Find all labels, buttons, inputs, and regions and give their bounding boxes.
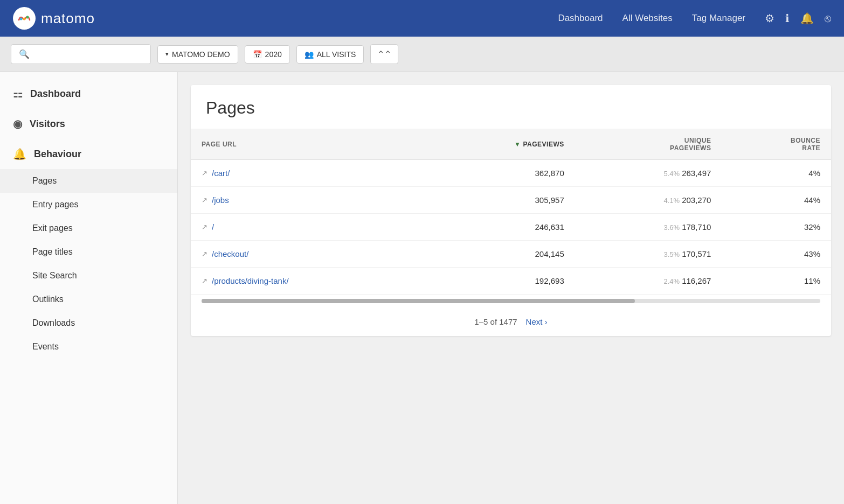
next-button[interactable]: Next › bbox=[526, 317, 548, 326]
cell-pageviews-0: 362,870 bbox=[423, 160, 575, 187]
col-header-bounce-rate[interactable]: BOUNCERATE bbox=[722, 129, 831, 160]
cell-bounce-0: 4% bbox=[722, 160, 831, 187]
col-header-pageviews[interactable]: ▼PAGEVIEWS bbox=[423, 129, 575, 160]
external-link-icon: ↗ bbox=[202, 169, 207, 177]
table-row: ↗ /jobs 305,957 4.1%203,270 44% bbox=[191, 187, 831, 214]
pagination: 1–5 of 1477 Next › bbox=[191, 307, 831, 336]
sidebar-item-exit-pages[interactable]: Exit pages bbox=[0, 216, 177, 240]
sidebar-label-downloads: Downloads bbox=[32, 318, 75, 327]
cell-bounce-2: 32% bbox=[722, 214, 831, 241]
search-input[interactable] bbox=[34, 50, 143, 59]
col-header-page-url[interactable]: PAGE URL bbox=[191, 129, 423, 160]
sidebar-label-events: Events bbox=[32, 342, 59, 351]
top-navigation: matomo Dashboard All Websites Tag Manage… bbox=[0, 0, 844, 37]
sidebar-label-pages: Pages bbox=[32, 176, 57, 185]
gear-icon[interactable]: ⚙ bbox=[765, 12, 774, 25]
cell-bounce-3: 43% bbox=[722, 241, 831, 268]
pct-badge-3: 3.5% bbox=[664, 250, 680, 258]
site-selector[interactable]: ▾ MATOMO DEMO bbox=[157, 45, 238, 64]
segment-selector[interactable]: 👥 ALL VISITS bbox=[296, 45, 364, 64]
table-scroll-area[interactable]: PAGE URL ▼PAGEVIEWS UNIQUEPAGEVIEWS BOUN… bbox=[191, 129, 831, 295]
cell-unique-4: 2.4%116,267 bbox=[575, 268, 722, 295]
page-title: Pages bbox=[191, 85, 831, 129]
external-link-icon: ↗ bbox=[202, 196, 207, 204]
sign-out-icon[interactable]: ⎋ bbox=[825, 12, 831, 25]
sidebar-label-entry-pages: Entry pages bbox=[32, 200, 78, 209]
sidebar-label-outlinks: Outlinks bbox=[32, 295, 64, 304]
cell-url-4: ↗ /products/diving-tank/ bbox=[191, 268, 423, 295]
date-selector[interactable]: 📅 2020 bbox=[245, 45, 290, 64]
svg-point-3 bbox=[26, 16, 29, 19]
external-link-icon: ↗ bbox=[202, 277, 207, 285]
cell-pageviews-4: 192,693 bbox=[423, 268, 575, 295]
sidebar-section-main: ⚏ Dashboard ◉ Visitors 🔔 Behaviour Pages… bbox=[0, 79, 177, 359]
nav-dashboard[interactable]: Dashboard bbox=[558, 13, 603, 24]
calendar-icon: 📅 bbox=[253, 50, 262, 59]
main-layout: ⚏ Dashboard ◉ Visitors 🔔 Behaviour Pages… bbox=[0, 72, 844, 504]
cell-pageviews-1: 305,957 bbox=[423, 187, 575, 214]
pct-badge-2: 3.6% bbox=[664, 223, 680, 232]
logo[interactable]: matomo bbox=[13, 7, 95, 30]
sidebar-item-page-titles[interactable]: Page titles bbox=[0, 240, 177, 264]
sidebar-label-exit-pages: Exit pages bbox=[32, 223, 73, 233]
sidebar-label-visitors: Visitors bbox=[30, 118, 65, 130]
scrollbar-thumb[interactable] bbox=[202, 299, 635, 303]
sidebar-item-visitors[interactable]: ◉ Visitors bbox=[0, 109, 177, 139]
bell-nav-icon: 🔔 bbox=[13, 148, 26, 160]
sidebar-item-entry-pages[interactable]: Entry pages bbox=[0, 193, 177, 216]
scrollbar-track[interactable] bbox=[202, 299, 820, 303]
nav-tag-manager[interactable]: Tag Manager bbox=[692, 13, 745, 24]
visitors-icon: ◉ bbox=[13, 117, 22, 130]
table-row: ↗ /cart/ 362,870 5.4%263,497 4% bbox=[191, 160, 831, 187]
search-box[interactable]: 🔍 bbox=[11, 44, 151, 64]
cell-unique-0: 5.4%263,497 bbox=[575, 160, 722, 187]
site-label: MATOMO DEMO bbox=[172, 50, 230, 59]
cell-bounce-4: 11% bbox=[722, 268, 831, 295]
grid-icon: ⚏ bbox=[13, 87, 23, 100]
nav-all-websites[interactable]: All Websites bbox=[622, 13, 673, 24]
main-content: Pages PAGE URL ▼PAGEVIEWS UNIQUEPAGEVIEW… bbox=[178, 72, 844, 504]
page-url-link-3[interactable]: ↗ /checkout/ bbox=[202, 249, 412, 258]
search-icon: 🔍 bbox=[19, 49, 30, 59]
pct-badge-1: 4.1% bbox=[664, 197, 680, 205]
col-header-unique-pageviews[interactable]: UNIQUEPAGEVIEWS bbox=[575, 129, 722, 160]
sidebar: ⚏ Dashboard ◉ Visitors 🔔 Behaviour Pages… bbox=[0, 72, 178, 504]
cell-bounce-1: 44% bbox=[722, 187, 831, 214]
cell-pageviews-2: 246,631 bbox=[423, 214, 575, 241]
date-label: 2020 bbox=[265, 50, 282, 59]
sidebar-item-outlinks[interactable]: Outlinks bbox=[0, 288, 177, 311]
page-url-link-1[interactable]: ↗ /jobs bbox=[202, 195, 412, 205]
svg-point-2 bbox=[23, 18, 26, 20]
pct-badge-0: 5.4% bbox=[664, 170, 680, 178]
topnav-icons: ⚙ ℹ 🔔 ⎋ bbox=[765, 12, 831, 25]
cell-unique-1: 4.1%203,270 bbox=[575, 187, 722, 214]
sidebar-item-dashboard[interactable]: ⚏ Dashboard bbox=[0, 79, 177, 109]
info-icon[interactable]: ℹ bbox=[785, 12, 790, 25]
pct-badge-4: 2.4% bbox=[664, 277, 680, 285]
table-row: ↗ / 246,631 3.6%178,710 32% bbox=[191, 214, 831, 241]
topnav-links: Dashboard All Websites Tag Manager bbox=[558, 13, 745, 24]
pages-card: Pages PAGE URL ▼PAGEVIEWS UNIQUEPAGEVIEW… bbox=[191, 85, 831, 336]
page-url-link-4[interactable]: ↗ /products/diving-tank/ bbox=[202, 276, 412, 285]
sidebar-label-behaviour: Behaviour bbox=[34, 149, 81, 160]
sidebar-label-page-titles: Page titles bbox=[32, 247, 73, 256]
cell-url-1: ↗ /jobs bbox=[191, 187, 423, 214]
cell-unique-2: 3.6%178,710 bbox=[575, 214, 722, 241]
sidebar-item-site-search[interactable]: Site Search bbox=[0, 264, 177, 288]
sidebar-item-events[interactable]: Events bbox=[0, 335, 177, 359]
sidebar-item-downloads[interactable]: Downloads bbox=[0, 311, 177, 335]
page-url-link-2[interactable]: ↗ / bbox=[202, 222, 412, 232]
sidebar-item-behaviour[interactable]: 🔔 Behaviour bbox=[0, 139, 177, 169]
cell-url-0: ↗ /cart/ bbox=[191, 160, 423, 187]
cell-url-2: ↗ / bbox=[191, 214, 423, 241]
sidebar-item-pages[interactable]: Pages bbox=[0, 169, 177, 193]
pagination-info: 1–5 of 1477 bbox=[474, 317, 517, 326]
page-url-link-0[interactable]: ↗ /cart/ bbox=[202, 169, 412, 178]
site-arrow: ▾ bbox=[165, 51, 169, 58]
table-row: ↗ /checkout/ 204,145 3.5%170,571 43% bbox=[191, 241, 831, 268]
logo-text: matomo bbox=[41, 10, 95, 27]
bell-icon[interactable]: 🔔 bbox=[800, 12, 814, 25]
cell-pageviews-3: 204,145 bbox=[423, 241, 575, 268]
collapse-button[interactable]: ⌃⌃ bbox=[370, 44, 398, 64]
external-link-icon: ↗ bbox=[202, 223, 207, 231]
